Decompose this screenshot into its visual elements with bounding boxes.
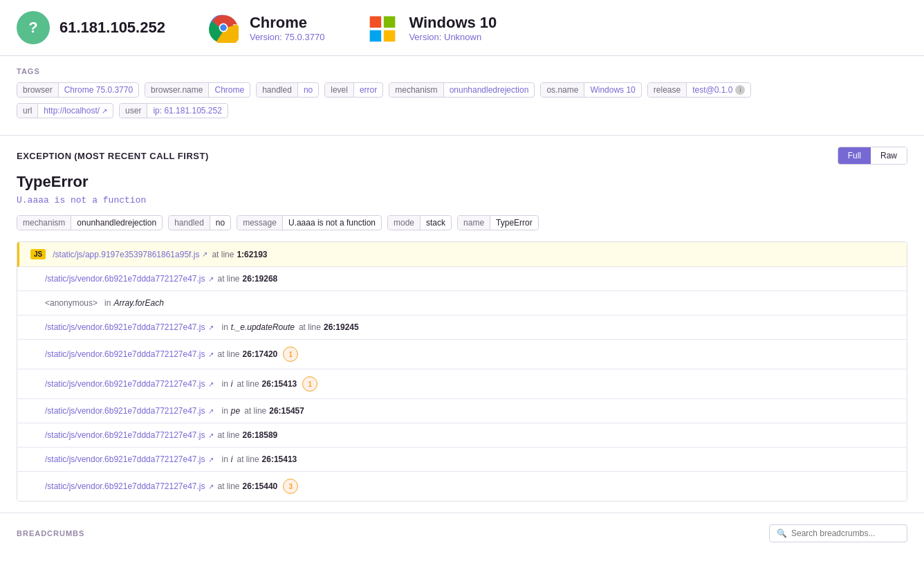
breadcrumbs-search-input[interactable] (791, 528, 900, 538)
tag-handled[interactable]: handled no (256, 82, 319, 98)
stack-at-1: at line (218, 274, 240, 284)
os-version: Version: Unknown (409, 32, 497, 42)
exc-tag-mode[interactable]: mode stack (387, 215, 452, 230)
tag-url[interactable]: url http://localhost/↗ (17, 103, 113, 118)
stack-file-0[interactable]: /static/js/app.9197e35397861861a95f.js (53, 250, 199, 259)
full-button[interactable]: Full (838, 147, 871, 164)
browser-header-item: Chrome Version: 75.0.3770 (207, 11, 324, 44)
ext-icon-7: ↗ (208, 432, 214, 439)
svg-rect-6 (384, 30, 396, 42)
stack-at-4: at line (218, 349, 240, 359)
tag-mechanism[interactable]: mechanism onunhandledrejection (389, 82, 535, 98)
exc-tag-mechanism[interactable]: mechanism onunhandledrejection (17, 215, 163, 230)
tag-level[interactable]: level error (324, 82, 383, 98)
stack-file-3[interactable]: /static/js/vendor.6b921e7ddda772127e47.j… (45, 322, 205, 332)
stack-frame-5[interactable]: /static/js/vendor.6b921e7ddda772127e47.j… (17, 369, 907, 399)
stack-func-3: t._e.updateRoute (231, 322, 295, 332)
ext-icon-6: ↗ (208, 407, 214, 415)
browser-name: Chrome (250, 14, 324, 32)
stack-line-9: 26:15440 (243, 481, 278, 491)
view-toggle: Full Raw (838, 147, 907, 165)
ext-icon-4: ↗ (208, 351, 214, 358)
tag-key-browser: browser (17, 83, 59, 97)
stack-in-8: in (222, 454, 228, 464)
stack-func-6: pe (231, 406, 240, 416)
tag-value-level: error (354, 83, 382, 97)
breadcrumbs-search-box[interactable]: 🔍 (769, 524, 907, 542)
tag-value-mechanism: onunhandledrejection (444, 83, 535, 97)
stack-func-2: Array.forEach (113, 298, 163, 308)
tag-key-browsername: browser.name (145, 83, 209, 97)
tag-browser-name[interactable]: browser.name Chrome (145, 82, 250, 98)
tag-value-osname: Windows 10 (584, 83, 640, 97)
tag-osname[interactable]: os.name Windows 10 (540, 82, 641, 98)
tag-browser[interactable]: browser Chrome 75.0.3770 (17, 82, 139, 98)
stack-file-7[interactable]: /static/js/vendor.6b921e7ddda772127e47.j… (45, 430, 205, 440)
stack-file-5[interactable]: /static/js/vendor.6b921e7ddda772127e47.j… (45, 379, 205, 389)
exc-tag-handled[interactable]: handled no (168, 215, 231, 230)
stack-at-0: at line (212, 250, 234, 259)
stack-line-3: 26:19245 (324, 322, 359, 332)
exc-tag-message[interactable]: message U.aaaa is not a function (237, 215, 382, 230)
stack-in-3: in (222, 322, 228, 332)
stack-frame-3[interactable]: /static/js/vendor.6b921e7ddda772127e47.j… (17, 315, 907, 340)
stack-file-4[interactable]: /static/js/vendor.6b921e7ddda772127e47.j… (45, 349, 205, 359)
ext-icon-9: ↗ (208, 483, 214, 490)
stack-file-9[interactable]: /static/js/vendor.6b921e7ddda772127e47.j… (45, 481, 205, 491)
stack-at-6: at line (244, 406, 266, 416)
svg-rect-5 (370, 30, 382, 42)
svg-rect-4 (384, 17, 396, 28)
stack-line-1: 26:19268 (243, 274, 278, 284)
stack-frame-9[interactable]: /static/js/vendor.6b921e7ddda772127e47.j… (17, 472, 907, 501)
stack-frame-2[interactable]: <anonymous> in Array.forEach (17, 291, 907, 315)
stack-anon: <anonymous> (45, 298, 98, 308)
tag-value-browser: Chrome 75.0.3770 (59, 83, 138, 97)
stack-frame-7[interactable]: /static/js/vendor.6b921e7ddda772127e47.j… (17, 423, 907, 448)
tags-label: TAGS (17, 67, 907, 75)
raw-button[interactable]: Raw (871, 147, 907, 164)
stack-frame-1[interactable]: /static/js/vendor.6b921e7ddda772127e47.j… (17, 267, 907, 291)
stack-at-9: at line (218, 481, 240, 491)
stack-trace: JS /static/js/app.9197e35397861861a95f.j… (17, 241, 907, 502)
stack-line-4: 26:17420 (243, 349, 278, 359)
os-name: Windows 10 (409, 14, 497, 32)
windows-icon (366, 11, 399, 44)
tags-row-2: url http://localhost/↗ user ip: 61.181.1… (17, 103, 907, 118)
stack-file-6[interactable]: /static/js/vendor.6b921e7ddda772127e47.j… (45, 406, 205, 416)
search-icon: 🔍 (777, 528, 787, 538)
stack-frame-4[interactable]: /static/js/vendor.6b921e7ddda772127e47.j… (17, 340, 907, 369)
release-info-icon: i (735, 85, 745, 95)
exception-section: EXCEPTION (most recent call first) Full … (0, 136, 924, 513)
tag-user[interactable]: user ip: 61.181.105.252 (119, 103, 228, 118)
tag-release[interactable]: release test@0.1.0i (647, 82, 752, 98)
ext-icon-0: ↗ (202, 250, 207, 258)
stack-func-5: i (231, 379, 233, 389)
stack-line-0: 1:62193 (237, 250, 267, 259)
tag-key-release: release (648, 83, 687, 97)
tags-row-1: browser Chrome 75.0.3770 browser.name Ch… (17, 82, 907, 98)
ip-header-item: ? 61.181.105.252 (17, 11, 165, 44)
stack-in-6: in (222, 406, 228, 416)
stack-frame-0[interactable]: JS /static/js/app.9197e35397861861a95f.j… (17, 242, 907, 267)
stack-line-5: 26:15413 (262, 379, 297, 389)
stack-file-8[interactable]: /static/js/vendor.6b921e7ddda772127e47.j… (45, 454, 205, 464)
url-external-icon: ↗ (102, 107, 107, 115)
browser-version: Version: 75.0.3770 (250, 32, 324, 42)
ext-icon-5: ↗ (208, 380, 214, 388)
repeat-badge-5: 1 (302, 376, 317, 392)
exc-tag-name[interactable]: name TypeError (457, 215, 539, 230)
stack-in-5: in (222, 379, 228, 389)
breadcrumbs-section: BREADCRUMBS 🔍 (0, 513, 924, 562)
chrome-icon (207, 11, 240, 44)
ip-icon: ? (17, 11, 50, 44)
stack-frame-6[interactable]: /static/js/vendor.6b921e7ddda772127e47.j… (17, 399, 907, 423)
exception-message: U.aaaa is not a function (17, 195, 907, 205)
tag-key-mechanism: mechanism (389, 83, 443, 97)
stack-line-6: 26:15457 (269, 406, 304, 416)
os-header-item: Windows 10 Version: Unknown (366, 11, 497, 44)
repeat-badge-9: 3 (283, 479, 298, 494)
stack-frame-8[interactable]: /static/js/vendor.6b921e7ddda772127e47.j… (17, 448, 907, 472)
tag-value-user: ip: 61.181.105.252 (147, 104, 227, 118)
stack-file-1[interactable]: /static/js/vendor.6b921e7ddda772127e47.j… (45, 274, 205, 284)
ext-icon-1: ↗ (208, 275, 214, 283)
